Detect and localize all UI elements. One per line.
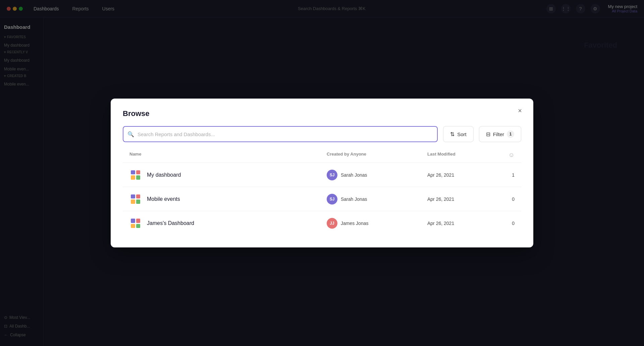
modal-title: Browse <box>123 109 521 118</box>
icon-sq-purple-2 <box>131 194 135 199</box>
sort-icon: ⇅ <box>450 131 454 137</box>
icon-sq-purple-3 <box>131 219 135 223</box>
dashboard-icon <box>129 169 142 181</box>
icon-sq-purple-1 <box>131 170 135 175</box>
sort-button[interactable]: ⇅ Sort <box>443 126 474 142</box>
icon-sq-yellow-3 <box>131 224 135 228</box>
creator-cell: SJ Sarah Jonas <box>327 170 427 180</box>
row-name-cell: Mobile events <box>129 193 327 205</box>
modal-overlay: Browse × 🔍 ⇅ Sort ⊟ Filter 1 Name Create… <box>0 0 644 346</box>
filter-button[interactable]: ⊟ Filter 1 <box>479 126 521 142</box>
count-cell: 0 <box>494 221 515 226</box>
search-wrapper: 🔍 <box>123 126 438 142</box>
filter-icon: ⊟ <box>486 131 490 137</box>
table-header: Name Created by Anyone Last Modified ☺ <box>123 152 521 163</box>
count-cell: 1 <box>494 172 515 178</box>
table-row[interactable]: My dashboard SJ Sarah Jonas Apr 26, 2021… <box>123 163 521 187</box>
creator-name: Sarah Jonas <box>341 196 367 202</box>
icon-sq-green-2 <box>136 199 141 204</box>
header-count: ☺ <box>494 152 515 159</box>
row-name-text: Mobile events <box>147 196 180 202</box>
icon-sq-red-1 <box>136 170 141 175</box>
date-cell: Apr 26, 2021 <box>427 172 494 178</box>
row-name-text: My dashboard <box>147 172 181 178</box>
creator-name: Sarah Jonas <box>341 172 367 178</box>
avatar: SJ <box>327 170 337 180</box>
icon-sq-green-3 <box>136 224 141 228</box>
smiley-icon[interactable]: ☺ <box>508 152 515 158</box>
row-name-cell: James's Dashboard <box>129 217 327 229</box>
row-name-text: James's Dashboard <box>147 220 194 226</box>
close-button[interactable]: × <box>515 105 525 116</box>
search-icon: 🔍 <box>127 131 134 137</box>
header-name: Name <box>129 152 327 159</box>
search-row: 🔍 ⇅ Sort ⊟ Filter 1 <box>123 126 521 142</box>
header-last-modified: Last Modified <box>427 152 494 159</box>
creator-cell: JJ James Jonas <box>327 218 427 229</box>
date-cell: Apr 26, 2021 <box>427 196 494 202</box>
icon-sq-yellow-2 <box>131 199 135 204</box>
creator-name: James Jonas <box>341 221 368 226</box>
search-input[interactable] <box>123 126 438 142</box>
date-cell: Apr 26, 2021 <box>427 221 494 226</box>
count-cell: 0 <box>494 196 515 202</box>
filter-label: Filter <box>493 131 504 137</box>
sort-label: Sort <box>457 131 467 137</box>
icon-sq-red-3 <box>136 219 141 223</box>
filter-count-badge: 1 <box>507 130 514 138</box>
table-body: My dashboard SJ Sarah Jonas Apr 26, 2021… <box>123 163 521 235</box>
row-name-cell: My dashboard <box>129 169 327 181</box>
browse-modal: Browse × 🔍 ⇅ Sort ⊟ Filter 1 Name Create… <box>111 99 533 247</box>
avatar: JJ <box>327 218 337 229</box>
icon-sq-red-2 <box>136 194 141 199</box>
header-created-by: Created by Anyone <box>327 152 427 159</box>
table-row[interactable]: James's Dashboard JJ James Jonas Apr 26,… <box>123 211 521 235</box>
icon-sq-yellow-1 <box>131 175 135 180</box>
dashboard-icon <box>129 217 142 229</box>
dashboard-icon <box>129 193 142 205</box>
table-row[interactable]: Mobile events SJ Sarah Jonas Apr 26, 202… <box>123 187 521 211</box>
creator-cell: SJ Sarah Jonas <box>327 194 427 205</box>
avatar: SJ <box>327 194 337 205</box>
icon-sq-green-1 <box>136 175 141 180</box>
